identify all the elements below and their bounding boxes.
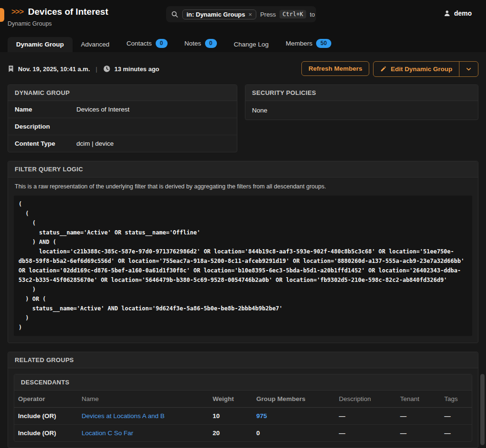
attr-value: Devices of Interest: [76, 106, 130, 113]
edit-dropdown-button[interactable]: [459, 62, 478, 76]
cell-operator: Include (OR): [14, 425, 78, 442]
updated-clock-icon: [103, 65, 111, 73]
edit-dynamic-group-button[interactable]: Edit Dynamic Group: [374, 62, 459, 76]
group-members-link[interactable]: 975: [256, 412, 267, 420]
security-policies-panel: SECURITY POLICIES None: [245, 84, 478, 120]
cell-group-members: 0: [252, 425, 335, 442]
search-filter-token-label: in: Dynamic Groups: [187, 11, 245, 18]
detail-tabs: Dynamic Group Advanced Contacts 0 Notes …: [0, 36, 486, 52]
search-hint-press: Press: [260, 11, 276, 18]
cell-tags: —: [440, 408, 472, 425]
tab-members[interactable]: Members 50: [277, 35, 340, 52]
tab-label: Members: [286, 40, 312, 47]
breadcrumb[interactable]: Dynamic Groups: [8, 20, 108, 27]
table-header-row: Operator Name Weight Group Members Descr…: [14, 391, 472, 408]
attr-row-content-type: Content Type dcim | device: [8, 135, 237, 152]
attr-label: Description: [15, 123, 76, 130]
top-header: >>> Devices of Interest Dynamic Groups i…: [0, 0, 486, 36]
username: demo: [454, 9, 472, 17]
user-menu[interactable]: demo: [443, 9, 472, 17]
col-tenant: Tenant: [396, 391, 440, 408]
vertical-scrollbar-thumb[interactable]: [480, 374, 485, 445]
breadcrumb-chevrons-icon: >>>: [11, 8, 23, 16]
cell-tenant: —: [396, 408, 440, 425]
tab-advanced[interactable]: Advanced: [73, 37, 118, 52]
group-link[interactable]: Devices at Locations A and B: [82, 412, 165, 420]
search-filter-token[interactable]: in: Dynamic Groups ×: [182, 9, 256, 19]
chevron-down-icon: [466, 66, 472, 72]
search-hint-suffix: to se: [310, 11, 316, 18]
filter-query-logic-panel: FILTER QUERY LOGIC This is a raw represe…: [8, 161, 478, 343]
dynamic-group-panel: DYNAMIC GROUP Name Devices of Interest D…: [8, 84, 237, 152]
attr-value: dcim | device: [76, 140, 114, 147]
security-policies-panel-title: SECURITY POLICIES: [245, 85, 478, 101]
cell-tags: —: [440, 425, 472, 442]
table-row: Include (OR) Location C So Far 20 0 — — …: [14, 425, 472, 442]
search-kbd-shortcut: Ctrl+K: [280, 10, 306, 19]
user-icon: [443, 9, 451, 17]
remove-token-icon[interactable]: ×: [249, 11, 252, 18]
tab-dynamic-group[interactable]: Dynamic Group: [8, 37, 73, 52]
col-weight: Weight: [209, 391, 252, 408]
col-group-members: Group Members: [252, 391, 335, 408]
updated-relative-time: 13 minutes ago: [114, 65, 159, 73]
tab-label: Notes: [185, 40, 201, 47]
dynamic-group-panel-title: DYNAMIC GROUP: [8, 85, 237, 101]
pencil-icon: [380, 65, 387, 72]
col-operator: Operator: [14, 391, 78, 408]
related-groups-title: RELATED GROUPS: [8, 352, 478, 368]
tab-change-log[interactable]: Change Log: [225, 37, 278, 52]
created-timestamp: Nov. 19, 2025, 10:41 a.m.: [18, 65, 90, 73]
filter-query-logic-title: FILTER QUERY LOGIC: [8, 161, 478, 177]
descendants-table: Operator Name Weight Group Members Descr…: [14, 391, 472, 441]
tab-label: Contacts: [127, 40, 152, 47]
col-description: Description: [335, 391, 396, 408]
tab-label: Change Log: [234, 41, 269, 48]
attr-row-description: Description: [8, 118, 237, 135]
descendants-panel: DESCENDANTS Operator Name Weight Group M…: [14, 374, 472, 442]
cell-weight: 10: [209, 408, 252, 425]
cell-tenant: —: [396, 425, 440, 442]
search-icon: [171, 10, 178, 18]
cell-weight: 20: [209, 425, 252, 442]
col-tags: Tags: [440, 391, 472, 408]
descendants-title: DESCENDANTS: [14, 374, 472, 391]
attr-row-name: Name Devices of Interest: [8, 101, 237, 118]
tab-label: Advanced: [81, 41, 110, 48]
attr-label: Name: [15, 106, 76, 113]
col-name: Name: [78, 391, 209, 408]
edit-split-button: Edit Dynamic Group: [373, 61, 478, 77]
tab-label: Dynamic Group: [16, 41, 64, 48]
filter-query-code: ( ( ( status__name='Active' OR status__n…: [14, 196, 472, 336]
main-content: Nov. 19, 2025, 10:41 a.m. | 13 minutes a…: [0, 52, 486, 448]
notes-count-badge: 0: [205, 39, 217, 48]
page-title: Devices of Interest: [28, 7, 108, 17]
related-groups-panel: RELATED GROUPS DESCENDANTS Operator Name…: [8, 352, 478, 448]
tab-notes[interactable]: Notes 0: [176, 35, 225, 52]
tab-contacts[interactable]: Contacts 0: [118, 35, 176, 52]
created-bookmark-icon: [8, 65, 14, 73]
refresh-members-button[interactable]: Refresh Members: [301, 61, 369, 76]
meta-separator: |: [96, 65, 97, 73]
cell-description: —: [335, 408, 396, 425]
members-count-badge: 50: [316, 39, 331, 48]
sidebar-toggle-flag[interactable]: [0, 8, 4, 22]
group-link[interactable]: Location C So Far: [82, 429, 133, 437]
edit-button-label: Edit Dynamic Group: [391, 65, 452, 73]
filter-query-description: This is a raw representation of the unde…: [8, 177, 478, 191]
cell-description: —: [335, 425, 396, 442]
cell-operator: Include (OR): [14, 408, 78, 425]
global-search[interactable]: in: Dynamic Groups × Press Ctrl+K to se: [166, 6, 316, 22]
contacts-count-badge: 0: [156, 39, 168, 48]
table-row: Include (OR) Devices at Locations A and …: [14, 408, 472, 425]
attr-label: Content Type: [15, 140, 76, 147]
security-policies-value: None: [245, 101, 478, 120]
